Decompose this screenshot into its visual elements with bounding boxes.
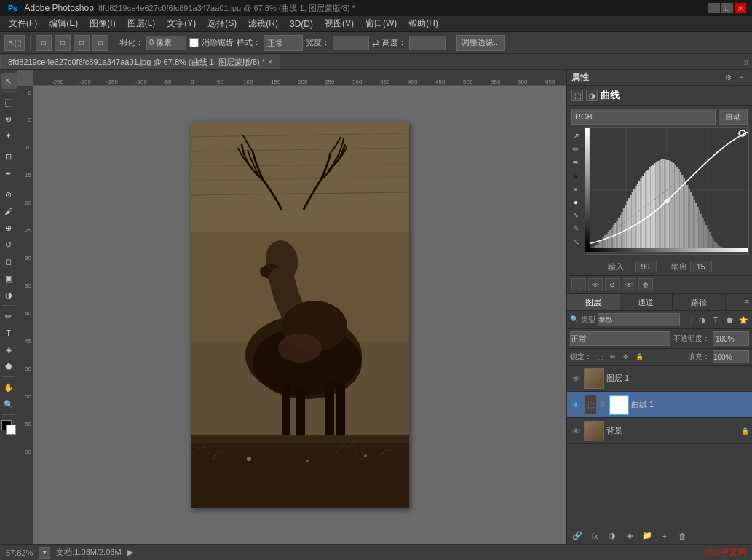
filter-icon-type[interactable]: T	[710, 314, 721, 326]
maximize-button[interactable]: □	[721, 3, 733, 13]
feather-input[interactable]	[146, 36, 186, 50]
tool-hand[interactable]: ✋	[1, 379, 17, 395]
action-btn-5[interactable]: 🗑	[638, 278, 653, 291]
status-arrow-btn[interactable]: ▼	[39, 547, 50, 559]
rect-select-4[interactable]: □	[92, 35, 108, 51]
tool-gradient[interactable]: ▣	[1, 270, 17, 286]
tool-move[interactable]: ↖	[1, 73, 17, 89]
tool-magic-wand[interactable]: ✦	[1, 127, 17, 143]
layer-adj-btn[interactable]: ◈	[622, 529, 637, 543]
layer-link-btn[interactable]: 🔗	[570, 529, 585, 543]
layer-panel-menu-btn[interactable]: ≡	[741, 294, 752, 310]
curves-tool-pencil[interactable]: ✎	[570, 222, 582, 234]
doc-tab-close[interactable]: ×	[268, 58, 272, 66]
layer-row-1[interactable]: 👁 图层 1	[567, 366, 752, 392]
curves-tool-special[interactable]: ⌥	[570, 235, 582, 247]
action-btn-3[interactable]: ↺	[605, 278, 620, 291]
menu-view[interactable]: 视图(V)	[319, 16, 360, 31]
tool-brush[interactable]: 🖌	[1, 203, 17, 219]
adjust-edge-button[interactable]: 调整边缘...	[456, 35, 505, 51]
filter-icon-pixel[interactable]: ⬚	[682, 314, 694, 326]
curves-tool-eye-white[interactable]: ●	[570, 196, 582, 208]
filter-type-select[interactable]: 类型 名称 效果 模式 属性 颜色	[598, 313, 680, 326]
layer-row-curves1[interactable]: 👁 ⬚ 8 曲线 1	[567, 392, 752, 418]
curves-icon-2[interactable]: ◑	[586, 90, 598, 101]
background-color[interactable]	[6, 425, 16, 435]
menu-type[interactable]: 文字(Y)	[161, 16, 202, 31]
tool-path-select[interactable]: ◈	[1, 342, 17, 358]
lock-position-btn[interactable]: ✛	[621, 352, 631, 362]
width-input[interactable]	[333, 36, 369, 50]
lock-all-btn[interactable]: 🔒	[634, 352, 644, 362]
doc-arrow[interactable]: ▶	[127, 548, 133, 557]
tab-channels[interactable]: 通道	[620, 294, 673, 310]
menu-file[interactable]: 文件(F)	[3, 16, 43, 31]
filter-icon-adj[interactable]: ◑	[696, 314, 708, 326]
layer-fx-btn[interactable]: fx	[587, 529, 602, 543]
lock-transparent-btn[interactable]: ⬚	[595, 352, 605, 362]
rect-select-2[interactable]: □	[55, 35, 71, 51]
tool-history-brush[interactable]: ↺	[1, 237, 17, 253]
tool-clone[interactable]: ⊕	[1, 220, 17, 236]
tool-dodge[interactable]: ◑	[1, 287, 17, 303]
curves-auto-button[interactable]: 自动	[719, 109, 748, 125]
tool-zoom[interactable]: 🔍	[1, 396, 17, 412]
fill-input[interactable]	[713, 350, 749, 363]
tool-select-btn[interactable]: ↖⬚	[4, 35, 25, 51]
panel-collapse-arrow[interactable]: »	[743, 56, 749, 68]
style-select[interactable]: 正常 固定比例 固定大小	[264, 35, 303, 51]
tab-layers[interactable]: 图层	[567, 294, 620, 310]
filter-icon-shape[interactable]: ⬟	[724, 314, 735, 326]
tool-shape[interactable]: ⬟	[1, 358, 17, 374]
menu-help[interactable]: 帮助(H)	[403, 16, 444, 31]
lock-paint-btn[interactable]: ✏	[608, 352, 618, 362]
layer-1-visibility[interactable]: 👁	[570, 373, 582, 384]
tool-text[interactable]: T	[1, 325, 17, 341]
properties-settings-btn[interactable]: ⚙	[722, 72, 734, 84]
layer-row-bg[interactable]: 👁 背景 🔒	[567, 418, 752, 444]
rect-select-3[interactable]: □	[74, 35, 90, 51]
color-box[interactable]	[1, 420, 16, 435]
tool-spot-heal[interactable]: ⊙	[1, 186, 17, 202]
tool-crop[interactable]: ⊡	[1, 149, 17, 165]
curves-display[interactable]	[585, 127, 749, 255]
layer-delete-btn[interactable]: 🗑	[675, 529, 689, 543]
menu-filter[interactable]: 滤镜(R)	[242, 16, 284, 31]
rect-select[interactable]: □	[36, 35, 52, 51]
height-input[interactable]	[409, 36, 446, 50]
anti-alias-checkbox[interactable]	[189, 38, 199, 47]
minimize-button[interactable]: —	[708, 3, 720, 13]
channel-select[interactable]: RGB 红 绿 蓝	[571, 109, 716, 125]
curves-tool-eye-gray[interactable]: ●	[570, 183, 582, 194]
tool-lasso[interactable]: ⊗	[1, 111, 17, 127]
tool-eraser[interactable]: ◻	[1, 253, 17, 269]
blend-mode-select[interactable]: 正常 溶解 变暗 正片叠底 颜色加深	[570, 331, 670, 346]
properties-menu-btn[interactable]: ≡	[736, 72, 748, 84]
curves-tool-1[interactable]: ↗	[570, 130, 582, 142]
tool-pen[interactable]: ✏	[1, 308, 17, 324]
tool-marquee[interactable]: ⬚	[1, 94, 17, 110]
tool-eyedropper[interactable]: ✒	[1, 165, 17, 181]
curves-tool-eye-dark[interactable]: ●	[570, 170, 582, 181]
curves-tool-wave[interactable]: ∿	[570, 209, 582, 221]
menu-3d[interactable]: 3D(D)	[284, 17, 319, 31]
swap-icon[interactable]: ⇄	[372, 38, 379, 48]
action-btn-2[interactable]: 👁	[588, 278, 603, 291]
document-tab[interactable]: 8fd8219ce4e627c0f6fc891a347aa01.jpg @ 67…	[0, 55, 280, 69]
close-button[interactable]: ✕	[735, 3, 746, 13]
menu-select[interactable]: 选择(S)	[202, 16, 242, 31]
menu-edit[interactable]: 编辑(E)	[43, 16, 84, 31]
action-btn-4[interactable]: 👁	[622, 278, 636, 291]
curves-1-visibility[interactable]: 👁	[570, 399, 582, 411]
action-btn-1[interactable]: ⬚	[571, 278, 586, 291]
bg-visibility[interactable]: 👁	[570, 425, 582, 437]
filter-icon-smart[interactable]: ⭐	[737, 314, 749, 326]
opacity-input[interactable]	[713, 331, 749, 346]
curves-icon-1[interactable]: ⬚	[571, 90, 583, 101]
menu-layer[interactable]: 图层(L)	[122, 16, 162, 31]
layer-group-btn[interactable]: 📁	[640, 529, 654, 543]
layer-mask-btn[interactable]: ◑	[605, 529, 620, 543]
curves-tool-3[interactable]: ✒	[570, 157, 582, 168]
menu-image[interactable]: 图像(I)	[84, 16, 121, 31]
menu-window[interactable]: 窗口(W)	[360, 16, 403, 31]
